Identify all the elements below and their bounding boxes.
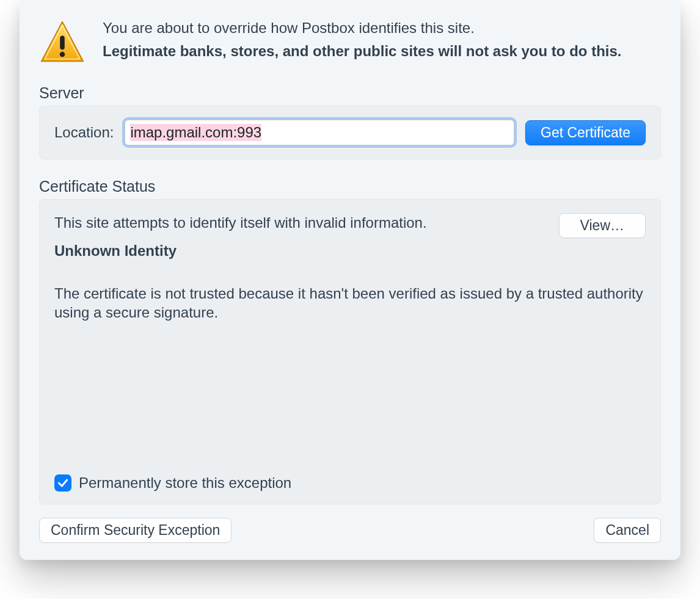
confirm-security-exception-button[interactable]: Confirm Security Exception [39, 518, 232, 543]
server-panel: Location: imap.gmail.com:993 Get Certifi… [39, 106, 661, 159]
permanent-store-checkbox[interactable] [54, 474, 71, 492]
server-section-label: Server [39, 84, 661, 102]
get-certificate-button[interactable]: Get Certificate [525, 120, 646, 145]
permanent-store-row: Permanently store this exception [54, 474, 646, 492]
location-input[interactable]: imap.gmail.com:993 [125, 120, 514, 145]
status-message: This site attempts to identify itself wi… [54, 214, 531, 231]
cancel-button[interactable]: Cancel [594, 518, 661, 543]
certificate-status-panel: This site attempts to identify itself wi… [39, 199, 661, 504]
dialog-header: You are about to override how Postbox id… [39, 20, 661, 66]
view-certificate-button[interactable]: View… [559, 213, 646, 238]
status-subtitle: Unknown Identity [54, 242, 646, 260]
location-input-value: imap.gmail.com:993 [130, 124, 261, 142]
certificate-status-section-label: Certificate Status [39, 178, 661, 195]
status-explanation: The certificate is not trusted because i… [54, 284, 646, 322]
permanent-store-label: Permanently store this exception [79, 474, 291, 492]
svg-rect-0 [60, 36, 65, 50]
header-message: You are about to override how Postbox id… [103, 20, 661, 37]
dialog-footer: Confirm Security Exception Cancel [39, 518, 661, 543]
location-label: Location: [54, 124, 114, 141]
header-text: You are about to override how Postbox id… [103, 20, 661, 60]
header-warning: Legitimate banks, stores, and other publ… [103, 43, 661, 60]
check-icon [57, 477, 69, 489]
svg-point-1 [60, 52, 65, 57]
warning-icon [39, 20, 86, 66]
security-exception-dialog: You are about to override how Postbox id… [20, 0, 680, 560]
